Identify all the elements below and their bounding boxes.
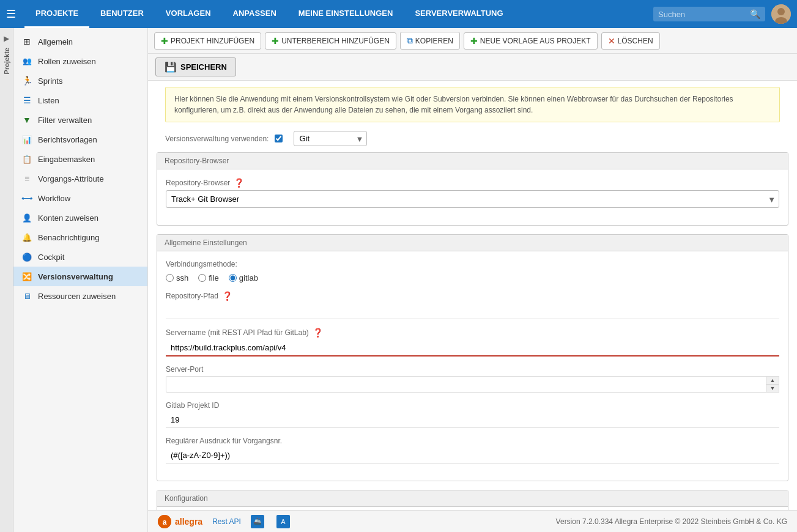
sidebar-item-label-filter: Filter verwalten <box>38 116 92 125</box>
sidebar-item-rollen[interactable]: 👥 Rollen zuweisen <box>13 51 147 71</box>
repository-browser-header: Repository-Browser <box>157 153 788 169</box>
vcs-select[interactable]: Git Subversion <box>294 131 367 146</box>
radio-file-input[interactable] <box>198 274 206 282</box>
sidebar-item-eingabe[interactable]: 📋 Eingabemasken <box>13 149 147 169</box>
radio-file-label: file <box>209 273 219 283</box>
general-settings-body: Verbindungsmethode: ssh file <box>157 251 788 481</box>
server-name-help-icon[interactable]: ❓ <box>313 328 323 338</box>
spinner-buttons: ▲ ▼ <box>766 376 779 393</box>
eingabe-icon: 📋 <box>21 153 33 165</box>
listen-icon: ☰ <box>21 94 33 106</box>
repo-path-field: Repository-Pfad ❓ <box>166 291 779 319</box>
server-port-input[interactable] <box>166 376 779 393</box>
radio-gitlab[interactable]: gitlab <box>229 273 258 283</box>
regex-field: Regulärer Ausdruck für Vorgangsnr. <box>166 437 779 464</box>
sidebar-item-cockpit[interactable]: 🔵 Cockpit <box>13 247 147 267</box>
nav-item-anpassen[interactable]: ANPASSEN <box>222 0 287 28</box>
new-template-button[interactable]: ✚ NEUE VORLAGE AUS PROJEKT <box>464 32 598 50</box>
sidebar-item-label-sprints: Sprints <box>38 76 62 86</box>
spinner-up-button[interactable]: ▲ <box>766 376 779 385</box>
repo-browser-help-icon[interactable]: ❓ <box>234 178 244 188</box>
delete-button[interactable]: ✕ LÖSCHEN <box>601 32 660 50</box>
workflow-icon: ⟷ <box>21 192 33 204</box>
repo-path-input[interactable] <box>166 303 779 319</box>
server-name-label: Servername (mit REST API Pfad für GitLab… <box>166 328 309 337</box>
hamburger-menu[interactable]: ☰ <box>6 7 16 21</box>
repo-path-label: Repository-Pfad <box>166 292 218 300</box>
footer-rest-api-link[interactable]: Rest API <box>212 517 241 526</box>
sidebar-item-listen[interactable]: ☰ Listen <box>13 91 147 110</box>
allegra-logo: a allegra <box>158 515 202 528</box>
regex-input[interactable] <box>166 448 779 464</box>
left-rail[interactable]: ▶ Projekte <box>0 28 13 532</box>
copy-button[interactable]: ⧉ KOPIEREN <box>400 32 460 50</box>
gitlab-id-input[interactable] <box>166 412 779 428</box>
repository-browser-body: Repository-Browser ❓ Track+ Git Browser … <box>157 169 788 225</box>
repo-path-help-icon[interactable]: ❓ <box>222 291 232 301</box>
nav-item-vorlagen[interactable]: VORLAGEN <box>155 0 222 28</box>
save-button[interactable]: 💾 SPEICHERN <box>155 57 236 76</box>
nav-item-projekte[interactable]: PROJEKTE <box>24 0 89 28</box>
search-input[interactable] <box>658 10 750 19</box>
sidebar-item-label-konten: Konten zuweisen <box>38 213 98 223</box>
search-box[interactable]: 🔍 <box>653 7 765 21</box>
footer-icon-ship[interactable]: 🚢 <box>251 515 264 528</box>
radio-file[interactable]: file <box>198 273 219 283</box>
sidebar-item-berichte[interactable]: 📊 Berichtsvorlagen <box>13 130 147 149</box>
vcs-label: Versionsverwaltung verwenden: <box>165 135 269 143</box>
nav-item-benutzer[interactable]: BENUTZER <box>89 0 155 28</box>
radio-ssh[interactable]: ssh <box>166 273 188 283</box>
nav-item-serververwaltung[interactable]: SERVERVERWALTUNG <box>404 0 514 28</box>
delete-label: LÖSCHEN <box>618 37 653 45</box>
sidebar-item-ressourcen[interactable]: 🖥 Ressourcen zuweisen <box>13 286 147 306</box>
rail-label: Projekte <box>3 48 10 74</box>
add-project-button[interactable]: ✚ PROJEKT HINZUFÜGEN <box>154 32 261 50</box>
versionsverwaltung-icon: 🔀 <box>21 270 33 283</box>
regex-label: Regulärer Ausdruck für Vorgangsnr. <box>166 437 282 445</box>
konfiguration-header: Konfiguration <box>157 490 788 507</box>
sidebar-item-label-vorgangs: Vorgangs-Attribute <box>38 174 104 183</box>
server-port-label-row: Server-Port <box>166 365 779 374</box>
new-template-icon: ✚ <box>470 36 478 46</box>
avatar[interactable] <box>771 4 791 24</box>
allgemein-icon: ⊞ <box>21 35 33 48</box>
radio-ssh-input[interactable] <box>166 274 174 282</box>
sidebar-item-allgemein[interactable]: ⊞ Allgemein <box>13 32 147 51</box>
delete-icon: ✕ <box>608 36 615 46</box>
svg-text:a: a <box>163 518 167 526</box>
allegra-logo-icon: a <box>158 515 171 528</box>
save-icon: 💾 <box>165 61 177 73</box>
sidebar-item-workflow[interactable]: ⟷ Workflow <box>13 188 147 208</box>
sidebar-item-label-berichte: Berichtsvorlagen <box>38 135 97 144</box>
sidebar-item-konten[interactable]: 👤 Konten zuweisen <box>13 208 147 227</box>
sidebar-item-vorgangs[interactable]: ≡ Vorgangs-Attribute <box>13 169 147 188</box>
vcs-checkbox[interactable] <box>275 135 283 142</box>
top-navigation: ☰ PROJEKTE BENUTZER VORLAGEN ANPASSEN ME… <box>0 0 797 28</box>
server-name-input[interactable] <box>166 340 779 357</box>
add-subarea-icon: ✚ <box>272 36 279 46</box>
repo-browser-select[interactable]: Track+ Git Browser FishEye <box>166 190 779 208</box>
cockpit-icon: 🔵 <box>21 251 33 263</box>
spinner-down-button[interactable]: ▼ <box>766 385 779 393</box>
main-layout: ▶ Projekte ⊞ Allgemein 👥 Rollen zuweisen… <box>0 28 797 532</box>
footer-icon-a[interactable]: A <box>276 515 290 528</box>
repo-path-label-row: Repository-Pfad ❓ <box>166 291 779 301</box>
radio-gitlab-input[interactable] <box>229 274 237 282</box>
allegra-label: allegra <box>175 517 202 526</box>
radio-ssh-label: ssh <box>176 273 188 283</box>
rollen-icon: 👥 <box>21 55 33 67</box>
toolbar: ✚ PROJEKT HINZUFÜGEN ✚ UNTERBEREICH HINZ… <box>148 28 797 54</box>
sidebar-item-sprints[interactable]: 🏃 Sprints <box>13 71 147 91</box>
sidebar-item-filter[interactable]: ▼ Filter verwalten <box>13 110 147 130</box>
add-subarea-button[interactable]: ✚ UNTERBEREICH HINZUFÜGEN <box>265 32 396 50</box>
nav-item-einstellungen[interactable]: MEINE EINSTELLUNGEN <box>287 0 404 28</box>
sidebar-item-benachrichtigung[interactable]: 🔔 Benachrichtigung <box>13 227 147 247</box>
sidebar-item-versionsverwaltung[interactable]: 🔀 Versionsverwaltung <box>13 267 147 286</box>
info-text: Hier können Sie die Anwendung mit einem … <box>174 95 733 114</box>
konfiguration-title: Konfiguration <box>165 494 208 503</box>
vcs-form-row: Versionsverwaltung verwenden: Git Subver… <box>157 128 788 152</box>
repository-browser-section: Repository-Browser Repository-Browser ❓ … <box>157 152 788 226</box>
server-port-spinner: ▲ ▼ <box>166 376 779 393</box>
gitlab-id-label: Gitlab Projekt ID <box>166 401 219 410</box>
general-settings-section: Allgemeine Einstellungen Verbindungsmeth… <box>157 234 788 481</box>
